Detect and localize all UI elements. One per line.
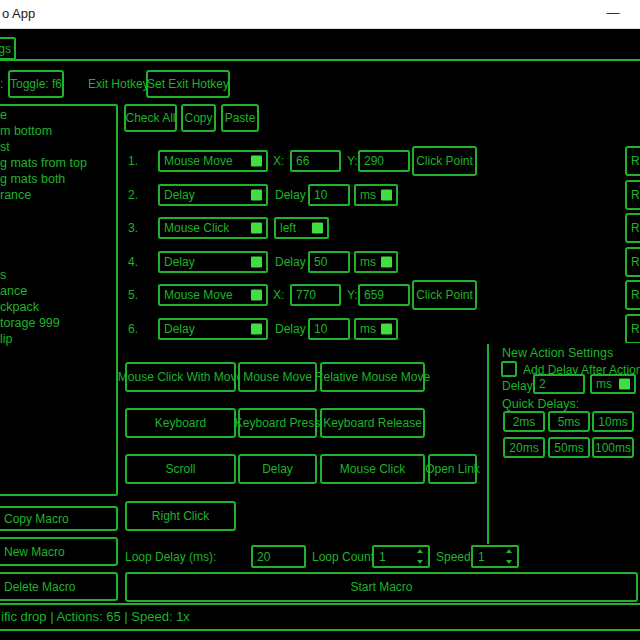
spinner-down-icon[interactable] — [417, 560, 423, 564]
x-input[interactable]: 770 — [290, 284, 341, 306]
quick-delay-5ms-button[interactable]: 5ms — [548, 411, 590, 432]
macro-list-item[interactable]: e — [0, 108, 7, 123]
dropdown-icon — [381, 190, 392, 201]
copy-button[interactable]: Copy — [181, 104, 216, 132]
action-row-number: 2. — [128, 188, 138, 202]
spinner-up-icon[interactable] — [506, 549, 512, 553]
mouse-button-value: left — [280, 221, 296, 235]
new-macro-button[interactable]: New Macro — [0, 537, 118, 566]
x-label: X: — [273, 288, 284, 302]
spinner-down-icon[interactable] — [506, 560, 512, 564]
add-keyboard-button[interactable]: Keyboard — [125, 408, 236, 438]
copy-macro-button[interactable]: Copy Macro — [0, 506, 118, 531]
dropdown-icon — [312, 223, 323, 234]
add-scroll-button[interactable]: Scroll — [125, 454, 236, 484]
minimize-icon[interactable]: — — [598, 0, 628, 28]
quick-delay-100ms-button[interactable]: 100ms — [592, 437, 634, 458]
action-type-value: Delay — [164, 322, 195, 336]
action-type-dropdown[interactable]: Delay — [158, 184, 268, 206]
add-keyboard-press-button[interactable]: Keyboard Press — [238, 408, 317, 438]
unit-dropdown[interactable]: ms — [354, 251, 398, 273]
remove-action-button[interactable]: R — [625, 180, 640, 210]
tabstrip-divider — [0, 59, 640, 61]
tab-settings[interactable]: gs — [0, 37, 16, 60]
action-type-dropdown[interactable]: Mouse Move — [158, 284, 268, 306]
add-mouse-move-button[interactable]: Mouse Move — [238, 362, 317, 392]
loop-count-value: 1 — [379, 550, 386, 564]
y-input[interactable]: 290 — [358, 150, 410, 172]
toggle-hotkey-button[interactable]: Toggle: f6 — [8, 70, 64, 98]
add-keyboard-release-button[interactable]: Keyboard Release — [320, 408, 425, 438]
unit-value: ms — [360, 322, 376, 336]
add-mouse-click-with-move-button[interactable]: Mouse Click With Move — [125, 362, 236, 392]
click-point-button[interactable]: Click Point — [412, 280, 477, 310]
dropdown-icon — [381, 324, 392, 335]
add-right-click-button[interactable]: Right Click — [125, 501, 236, 531]
loop-count-stepper[interactable]: 1 — [372, 545, 430, 568]
x-label: X: — [273, 154, 284, 168]
delay-input[interactable]: 10 — [308, 184, 350, 206]
new-action-delay-label: Delay: — [502, 379, 536, 393]
quick-delays-label: Quick Delays: — [502, 397, 579, 411]
quick-delay-50ms-button[interactable]: 50ms — [548, 437, 590, 458]
delay-input[interactable]: 50 — [308, 251, 350, 273]
speed-label: Speed: — [436, 550, 474, 564]
x-input[interactable]: 66 — [290, 150, 341, 172]
delay-input[interactable]: 10 — [308, 318, 350, 340]
action-row-number: 1. — [128, 154, 138, 168]
action-type-dropdown[interactable]: Mouse Click — [158, 217, 268, 239]
action-type-dropdown[interactable]: Delay — [158, 251, 268, 273]
unit-dropdown[interactable]: ms — [354, 318, 398, 340]
unit-value: ms — [360, 255, 376, 269]
add-mouse-click-button[interactable]: Mouse Click — [320, 454, 425, 484]
delay-label: Delay — [275, 322, 306, 336]
titlebar: o App — — [0, 0, 640, 29]
unit-dropdown[interactable]: ms — [354, 184, 398, 206]
action-row-number: 3. — [128, 221, 138, 235]
dropdown-icon — [381, 257, 392, 268]
paste-button[interactable]: Paste — [221, 104, 259, 132]
remove-action-button[interactable]: R — [625, 247, 640, 277]
check-all-button[interactable]: Check All — [124, 104, 177, 132]
add-open-link-button[interactable]: Open Link — [428, 454, 477, 484]
dropdown-icon — [251, 290, 262, 301]
statusbar-bottom-divider — [0, 629, 640, 631]
y-label: Y: — [347, 288, 358, 302]
delay-label: Delay — [275, 255, 306, 269]
new-action-unit-dropdown[interactable]: ms — [590, 374, 636, 394]
remove-action-button[interactable]: R — [625, 213, 640, 243]
action-type-dropdown[interactable]: Mouse Move — [158, 150, 268, 172]
quick-delay-10ms-button[interactable]: 10ms — [592, 411, 634, 432]
loop-delay-input[interactable]: 20 — [251, 545, 306, 568]
unit-value: ms — [596, 377, 612, 391]
action-row-number: 6. — [128, 322, 138, 336]
action-row-number: 5. — [128, 288, 138, 302]
new-action-delay-input[interactable]: 2 — [533, 374, 585, 394]
quick-delay-20ms-button[interactable]: 20ms — [503, 437, 545, 458]
spinner-up-icon[interactable] — [417, 549, 423, 553]
action-type-dropdown[interactable]: Delay — [158, 318, 268, 340]
delete-macro-button[interactable]: Delete Macro — [0, 572, 118, 601]
action-type-value: Mouse Click — [164, 221, 229, 235]
remove-action-button[interactable]: R — [625, 280, 640, 310]
remove-action-button[interactable]: R — [625, 314, 640, 343]
add-delay-button[interactable]: Delay — [238, 454, 317, 484]
start-macro-button[interactable]: Start Macro — [125, 572, 638, 602]
macro-list-item[interactable]: m bottom — [0, 124, 52, 139]
add-relative-mouse-move-button[interactable]: Relative Mouse Move — [320, 362, 425, 392]
action-type-value: Delay — [164, 255, 195, 269]
remove-action-button[interactable]: R — [625, 146, 640, 176]
y-input[interactable]: 659 — [358, 284, 410, 306]
speed-stepper[interactable]: 1 — [471, 545, 519, 568]
loop-delay-label: Loop Delay (ms): — [125, 550, 216, 564]
toggle-hotkey-label: : — [0, 77, 3, 91]
unit-value: ms — [360, 188, 376, 202]
quick-delay-2ms-button[interactable]: 2ms — [503, 411, 545, 432]
add-delay-after-action-checkbox[interactable] — [501, 361, 517, 377]
action-type-value: Mouse Move — [164, 154, 233, 168]
click-point-button[interactable]: Click Point — [412, 146, 477, 176]
mouse-button-dropdown[interactable]: left — [274, 217, 329, 239]
set-exit-hotkey-button[interactable]: Set Exit Hotkey — [146, 70, 230, 98]
loop-count-label: Loop Count: — [312, 550, 377, 564]
action-type-value: Mouse Move — [164, 288, 233, 302]
